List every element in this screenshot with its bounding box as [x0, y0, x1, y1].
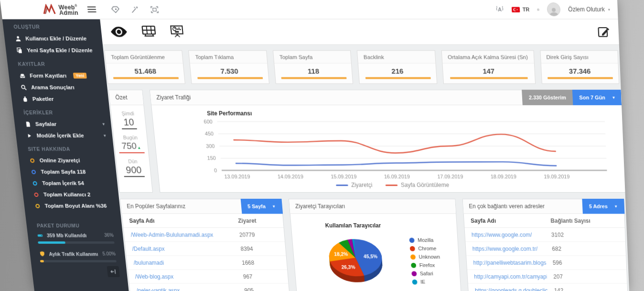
backlink-url[interactable]: https://www.google.com/ — [465, 228, 546, 241]
table-row: http://camyapi.com.tr/camyapit 207 — [467, 270, 627, 284]
visit-count: 20779 — [232, 228, 285, 241]
traffic-usage-bar — [40, 260, 117, 262]
chevron-down-icon[interactable]: ▼ — [103, 133, 107, 138]
today-label: Bugün — [114, 135, 147, 140]
page-link[interactable]: /bulunamadi — [127, 256, 236, 269]
browsers-panel-title: Ziyaretçi Tarayıcıları — [295, 203, 345, 210]
sidebar-item-packages[interactable]: Paketler — [11, 93, 109, 105]
backlink-url[interactable]: https://www.google.com.tr/ — [465, 242, 546, 255]
status-donut-icon — [31, 180, 38, 186]
sidebar-item-online-visitors[interactable]: Online Ziyaretçi — [18, 155, 116, 166]
sidebar-item-module-content[interactable]: Modüle İçerik Ekle ▼ — [15, 130, 113, 141]
person-silhouette-icon — [549, 7, 559, 16]
avatar[interactable] — [547, 2, 561, 16]
stat-card-underline — [197, 77, 263, 79]
stat-card-value: 51.468 — [106, 64, 184, 77]
backlink-url[interactable]: http://panelliwebtasarim.blogs — [466, 256, 547, 269]
svg-text:600: 600 — [204, 119, 213, 125]
hamburger-menu-icon[interactable] — [87, 5, 97, 14]
table-row: https://www.google.com.tr/ 682 — [465, 242, 626, 256]
gem-icon[interactable] — [111, 6, 120, 13]
sidebar-item-add-user[interactable]: Kullanıcı Ekle / Düzenle — [4, 32, 103, 44]
backlinks-panel: En çok bağlantı veren adresler 5 Adres▼ … — [462, 199, 629, 291]
legend-dot-icon — [409, 237, 414, 243]
magic-wand-icon[interactable] — [130, 6, 140, 13]
stat-card-underline — [450, 77, 527, 79]
summary-panel-title: Özet — [109, 90, 143, 105]
page-link[interactable]: /Web-blog.aspx — [128, 270, 237, 283]
user-menu[interactable]: Özlem Oluturk ▾ — [568, 6, 610, 12]
svg-text:Site Performansı: Site Performansı — [207, 110, 252, 117]
table-board-icon[interactable] — [140, 25, 157, 38]
play-icon — [25, 132, 32, 139]
svg-text:26,3%: 26,3% — [341, 264, 355, 269]
browsers-pie-chart: 45,5%26,3%18,2% — [307, 232, 404, 291]
visit-count: 905 — [237, 284, 290, 291]
section-title-create: OLUŞTUR — [2, 19, 102, 32]
today-underline — [119, 152, 145, 153]
svg-text:13.09.2019: 13.09.2019 — [224, 174, 250, 180]
popular-pages-title: En Popüler Sayfalarınız — [127, 203, 186, 210]
edit-button[interactable] — [597, 25, 610, 38]
backlink-url[interactable]: https://googleads.g.doubleclic — [468, 284, 548, 291]
sidebar-item-total-content[interactable]: Toplam İçerik 54 — [21, 177, 118, 189]
new-badge: Yeni — [73, 73, 87, 78]
stat-card-label: Toplam Tıklama — [189, 51, 268, 64]
trend-up-icon: ▲ — [137, 146, 141, 150]
pie-legend-item: Chrome — [410, 246, 440, 251]
search-icon — [20, 84, 28, 91]
table-row: /Weeb-Admin-Bululunamadi.aspx 20779 — [123, 228, 285, 242]
pie-legend-item: Mozilla — [409, 237, 439, 243]
logo-text: Weeb® Admin — [58, 3, 79, 16]
page-count-dropdown[interactable]: 5 Sayfa▼ — [240, 199, 283, 214]
page-link[interactable]: /neler-yaptik.aspx — [129, 284, 238, 291]
today-value: 750▲ — [121, 141, 141, 151]
translate-icon[interactable]: A — [495, 5, 504, 13]
traffic-panel-title: Ziyaret Trafiği — [156, 94, 191, 101]
page-link[interactable]: /Weeb-Admin-Bululunamadi.aspx — [123, 228, 233, 241]
app-window: Weeb® Admin A — [0, 0, 629, 291]
file-icon — [24, 120, 32, 127]
sidebar-collapse-button[interactable] — [107, 266, 120, 277]
legend-dot-icon — [411, 271, 417, 276]
sidebar-item-total-size[interactable]: Toplam Boyut Alanı %36 — [24, 200, 120, 212]
svg-text:19.09.2019: 19.09.2019 — [544, 174, 569, 180]
sidebar-item-add-page[interactable]: Yeni Sayfa Ekle / Düzenle — [5, 44, 104, 56]
table-header-row: Sayfa Adı Bağlantı Sayısı — [464, 214, 625, 227]
eye-icon[interactable] — [109, 26, 129, 37]
presentation-chart-icon[interactable] — [169, 25, 185, 39]
stat-card-label: Toplam Görüntülenme — [105, 51, 183, 64]
sidebar-item-form-records[interactable]: Form Kayıtları Yeni — [8, 70, 107, 81]
svg-text:A: A — [497, 7, 502, 12]
stat-card: Toplam Tıklama 7.530 — [188, 50, 269, 84]
table-row: /Web-blog.aspx 967 — [128, 270, 289, 284]
now-label: Şimdi — [111, 110, 144, 116]
backlink-url[interactable]: http://camyapi.com.tr/camyapit — [467, 270, 547, 283]
chevron-down-icon[interactable]: ▼ — [101, 122, 106, 126]
traffic-usage-percent: 5.00% — [102, 251, 116, 257]
address-count-dropdown[interactable]: 5 Adres▼ — [582, 199, 625, 214]
svg-text:18.09.2019: 18.09.2019 — [491, 174, 517, 180]
sidebar-item-search-results[interactable]: Arama Sonuçları — [10, 82, 107, 93]
svg-text:450: 450 — [204, 131, 214, 137]
desktop-background: Weeb® Admin A — [0, 0, 644, 291]
sidebar-item-total-users[interactable]: Toplam Kullanıcı 2 — [22, 189, 119, 200]
disk-usage-label-row: 359 Mb Kullanıldı 36% — [37, 232, 114, 238]
svg-text:0: 0 — [214, 168, 217, 173]
frame-crop-icon[interactable] — [150, 6, 159, 13]
date-range-dropdown[interactable]: Son 7 Gün▼ — [572, 90, 623, 105]
status-donut-icon — [32, 191, 40, 198]
stat-card: Backlink 216 — [357, 50, 437, 84]
language-selector[interactable]: TR — [511, 6, 529, 12]
stat-card: Direk Giriş Sayısı 37.346 — [540, 50, 619, 84]
visit-count: 8394 — [234, 242, 286, 255]
sidebar-item-pages[interactable]: Sayfalar ▼ — [14, 118, 112, 129]
legend-item: Ziyaretçi — [335, 182, 373, 188]
svg-text:300: 300 — [206, 143, 215, 149]
stat-card: Toplam Sayfa 118 — [273, 50, 354, 84]
page-link[interactable]: /Default.aspx — [125, 242, 235, 255]
sidebar-item-total-pages[interactable]: Toplam Sayfa 118 — [20, 166, 117, 178]
user-name: Özlem Oluturk — [568, 6, 605, 12]
backlink-count: 596 — [546, 256, 627, 269]
legend-dot-icon — [411, 263, 416, 268]
